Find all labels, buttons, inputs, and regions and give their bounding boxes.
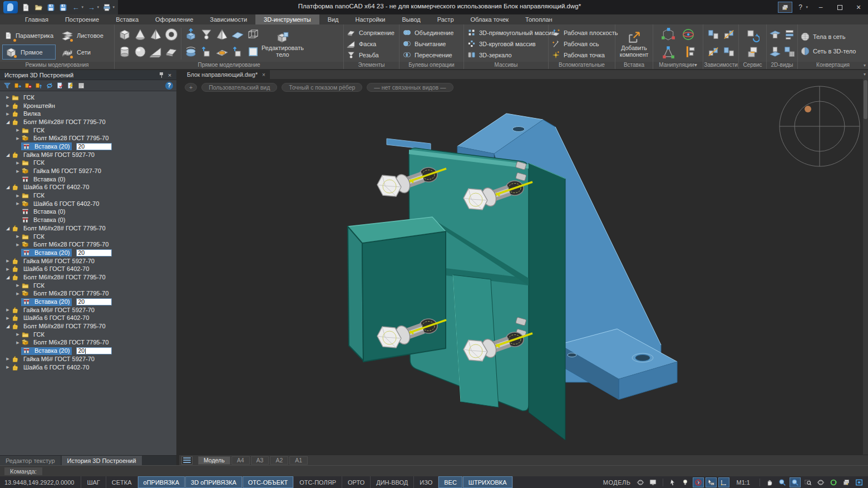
tree-item[interactable]: ◢Болт М6#х28# ГОСТ 7795-70 — [0, 224, 176, 233]
minimize-button[interactable]: – — [811, 1, 830, 14]
mode-parametric-button[interactable]: Параметрика — [2, 28, 56, 43]
mesh-to-body-button[interactable]: Сеть в 3D-тело — [800, 46, 856, 57]
check-document-icon[interactable] — [56, 82, 64, 90]
collapsed-arrow-icon[interactable]: ▶ — [14, 194, 21, 198]
snap-disabled-icon[interactable] — [693, 477, 704, 487]
rectangle-tool-icon[interactable] — [246, 45, 260, 59]
tree-item[interactable]: ▶Шайба 6 ГОСТ 6402-70 — [0, 265, 176, 273]
view-pill[interactable]: Точный с показом рёбер — [282, 83, 362, 92]
toggle-ШАГ[interactable]: ШАГ — [81, 476, 106, 488]
tree-item[interactable]: ▶ГСК — [0, 93, 176, 102]
tree-item[interactable]: Вставка (0) — [0, 175, 176, 184]
collapsed-arrow-icon[interactable]: ▶ — [14, 201, 21, 206]
ucs-icon[interactable] — [718, 477, 729, 487]
save-icon[interactable] — [46, 3, 56, 12]
funnel-tool-icon[interactable] — [199, 27, 214, 42]
collapsed-arrow-icon[interactable]: ▶ — [14, 128, 21, 132]
box-tool-icon[interactable] — [117, 27, 132, 42]
collapsed-arrow-icon[interactable]: ▶ — [14, 234, 21, 239]
save-all-icon[interactable] — [59, 3, 68, 12]
orbit-icon[interactable] — [815, 477, 826, 487]
tree-item[interactable]: ◢Болт М6#х28# ГОСТ 7795-70 — [0, 118, 176, 126]
menu-tab-Облака точек[interactable]: Облака точек — [462, 14, 517, 24]
menu-tab-Оформление[interactable]: Оформление — [147, 14, 201, 24]
tree-count-input[interactable]: 20 — [76, 249, 112, 257]
sphere-tool-icon[interactable] — [133, 45, 147, 59]
block-link-icon[interactable] — [14, 82, 22, 90]
work-plane-button[interactable]: Рабочая плоскость — [551, 27, 618, 38]
menu-tab-Растр[interactable]: Растр — [429, 14, 462, 24]
tree-item[interactable]: ▶Шайба 6 ГОСТ 6402-70 — [0, 314, 176, 323]
sheet-tab-Модель[interactable]: Модель — [198, 456, 230, 465]
new-file-icon[interactable] — [21, 3, 31, 12]
tree-item[interactable]: ▶ГСК — [0, 159, 176, 167]
tree-item[interactable]: ▶Гайка М6# ГОСТ 5927-70 — [0, 355, 176, 363]
tree-count-input[interactable]: 20 — [76, 298, 112, 305]
command-bar[interactable]: Команда: — [0, 465, 868, 476]
cone-tool-icon[interactable] — [133, 27, 147, 42]
work-axis-button[interactable]: Рабочая ось — [551, 38, 618, 50]
subtract-button[interactable]: Вычитание — [402, 38, 453, 50]
tree-item[interactable]: Вставка (0) — [0, 208, 176, 216]
tree-item[interactable]: ▶Шайба 6 ГОСТ 6402-70 — [0, 200, 176, 208]
toggle-оПРИВЯЗКА[interactable]: оПРИВЯЗКА — [138, 476, 186, 488]
shell-tool-icon[interactable] — [164, 45, 179, 59]
menu-tab-Топоплан[interactable]: Топоплан — [517, 14, 561, 24]
tree-item[interactable]: ▶Гайка М6 ГОСТ 5927-70 — [0, 167, 176, 175]
refresh-icon[interactable] — [46, 82, 53, 90]
tree-item[interactable]: ▶ГСК — [0, 282, 176, 290]
tree-item[interactable]: Вставка (20)20 — [0, 347, 176, 355]
tree-count-input[interactable]: 20 — [76, 143, 112, 150]
toggle-ОТС-ОБЪЕКТ[interactable]: ОТС-ОБЪЕКТ — [243, 476, 294, 488]
collapsed-arrow-icon[interactable]: ▶ — [14, 283, 21, 288]
collapsed-arrow-icon[interactable]: ▶ — [4, 112, 11, 116]
annotation-scale[interactable]: М1:1 — [737, 479, 750, 486]
block-update-icon[interactable] — [35, 82, 43, 90]
viewport-config-icon[interactable] — [635, 477, 646, 487]
expanded-arrow-icon[interactable]: ◢ — [4, 120, 11, 125]
expanded-arrow-icon[interactable]: ◢ — [4, 226, 11, 231]
cylinder-tool-icon[interactable] — [117, 45, 132, 59]
sheets-icon[interactable] — [841, 477, 852, 487]
collapsed-arrow-icon[interactable]: ▶ — [4, 316, 11, 321]
align-3d-icon[interactable] — [681, 45, 696, 59]
redo-icon[interactable]: → — [87, 3, 96, 12]
extrude-tool-icon[interactable] — [230, 45, 245, 59]
panel-tab-Редактор текстур[interactable]: Редактор текстур — [0, 456, 61, 465]
menu-tab-Вид[interactable]: Вид — [319, 14, 347, 24]
constraint-angle-icon[interactable] — [722, 27, 736, 42]
viewport-scrollbar[interactable] — [863, 79, 868, 455]
thread-button[interactable]: Резьба — [346, 50, 394, 61]
tree-item[interactable]: ▶Болт М6х28 ГОСТ 7795-70 — [0, 290, 176, 298]
update-body-icon[interactable] — [746, 28, 760, 43]
fullscreen-icon[interactable] — [854, 477, 865, 487]
constraint-mate-icon[interactable] — [706, 27, 721, 42]
lightbulb-icon[interactable] — [680, 477, 691, 487]
toggle-ВЕС[interactable]: ВЕС — [438, 476, 463, 488]
revolve-tool-icon[interactable] — [184, 45, 198, 59]
toggle-ИЗО[interactable]: ИЗО — [414, 476, 438, 488]
constraint-axis-icon[interactable] — [722, 45, 736, 59]
collapsed-arrow-icon[interactable]: ▶ — [14, 332, 21, 337]
expanded-arrow-icon[interactable]: ◢ — [4, 185, 11, 190]
tree-item[interactable]: Вставка (20)20 — [0, 142, 176, 151]
tree-item[interactable]: Вставка (0) — [0, 216, 176, 224]
pin-icon[interactable] — [157, 71, 165, 79]
properties-icon[interactable] — [77, 82, 85, 90]
wedge-tool-icon[interactable] — [149, 45, 163, 59]
collapsed-arrow-icon[interactable]: ▶ — [14, 136, 21, 141]
block-error-icon[interactable] — [24, 82, 32, 90]
pyramid-tool-icon[interactable] — [149, 27, 163, 42]
toggle-ОТС-ПОЛЯР[interactable]: ОТС-ПОЛЯР — [294, 476, 342, 488]
view-pill[interactable]: — нет связанных видов — — [367, 83, 453, 92]
model-canvas[interactable]: +Пользовательский видТочный с показом рё… — [179, 79, 868, 455]
menu-tab-Вставка[interactable]: Вставка — [107, 14, 147, 24]
wireframe-tool-icon[interactable] — [246, 27, 260, 42]
rect-array-button[interactable]: 3D-прямоугольный массив — [466, 27, 555, 38]
torus-tool-icon[interactable] — [164, 27, 179, 42]
toggle-ШТРИХОВКА[interactable]: ШТРИХОВКА — [463, 476, 513, 488]
undo-icon[interactable]: ← — [71, 3, 81, 12]
body-to-mesh-button[interactable]: Тела в сеть — [800, 31, 856, 42]
expanded-arrow-icon[interactable]: ◢ — [4, 275, 11, 280]
expanded-arrow-icon[interactable]: ◢ — [4, 324, 11, 329]
